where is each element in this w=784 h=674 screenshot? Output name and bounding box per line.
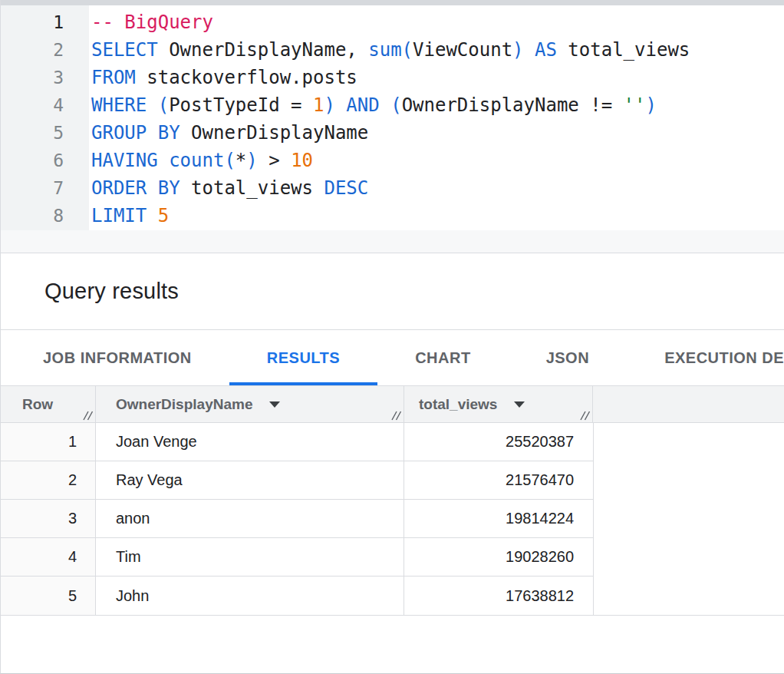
- code-token: PostTypeId =: [169, 94, 313, 116]
- code-token: OwnerDisplayName,: [158, 39, 369, 61]
- code-line[interactable]: 5GROUP BY OwnerDisplayName: [1, 119, 784, 147]
- tab-label: EXECUTION DETAILS: [664, 349, 784, 367]
- code-token: (: [390, 94, 401, 116]
- code-token: *: [236, 150, 246, 171]
- empty-space: [1, 616, 784, 673]
- table-row[interactable]: 5John17638812: [1, 577, 593, 615]
- code-token: total_views: [180, 177, 324, 199]
- code-token: (: [158, 94, 169, 116]
- results-table-header: RowOwnerDisplayNametotal_views: [1, 385, 784, 423]
- tab-job-information[interactable]: JOB INFORMATION: [5, 330, 229, 385]
- code-text: FROM stackoverflow.posts: [89, 64, 357, 91]
- code-line[interactable]: 6HAVING count(*) > 10: [1, 147, 784, 174]
- column-header-label: Row: [22, 396, 53, 413]
- column-header-label: total_views: [419, 396, 497, 413]
- line-number: 5: [1, 119, 89, 147]
- line-number: 3: [1, 64, 89, 91]
- column-header-filler: [593, 386, 784, 422]
- code-token: 10: [291, 150, 313, 171]
- code-token: ): [246, 150, 257, 171]
- code-token: sum(: [368, 39, 413, 61]
- tab-label: JOB INFORMATION: [43, 349, 192, 367]
- column-header-label: OwnerDisplayName: [116, 396, 252, 413]
- code-token: [147, 205, 157, 226]
- table-row[interactable]: 1Joan Venge25520387: [1, 423, 593, 461]
- row-number-cell: 5: [1, 577, 96, 615]
- top-divider: [1, 0, 784, 5]
- code-token: ORDER BY: [91, 177, 180, 199]
- code-line[interactable]: 4WHERE (PostTypeId = 1) AND (OwnerDispla…: [1, 91, 784, 119]
- code-line[interactable]: 3FROM stackoverflow.posts: [1, 64, 784, 91]
- table-row[interactable]: 2Ray Vega21576470: [1, 461, 593, 500]
- results-table-body: 1Joan Venge255203872Ray Vega215764703ano…: [1, 423, 594, 615]
- code-text: SELECT OwnerDisplayName, sum(ViewCount) …: [89, 36, 690, 64]
- code-token: ): [646, 94, 657, 116]
- column-header-total_views: total_views: [404, 386, 593, 422]
- editor-footer-strip: [1, 230, 784, 253]
- tab-results[interactable]: RESULTS: [229, 330, 377, 385]
- tab-chart[interactable]: CHART: [377, 330, 509, 385]
- sort-dropdown-icon[interactable]: [269, 401, 280, 408]
- column-resize-icon[interactable]: [81, 408, 94, 421]
- owner-name-cell: Joan Venge: [96, 423, 404, 461]
- code-token: OwnerDisplayName: [180, 122, 369, 144]
- code-line[interactable]: 2SELECT OwnerDisplayName, sum(ViewCount)…: [1, 36, 784, 64]
- owner-name-cell: John: [96, 577, 404, 615]
- total-views-cell: 19028260: [404, 538, 593, 576]
- table-row[interactable]: 3anon19814224: [1, 500, 593, 538]
- tab-label: RESULTS: [267, 349, 340, 367]
- line-number: 2: [1, 36, 89, 64]
- tab-label: CHART: [415, 349, 471, 367]
- sql-editor[interactable]: 1-- BigQuery2SELECT OwnerDisplayName, su…: [1, 5, 784, 230]
- query-results-header: Query results: [1, 253, 784, 330]
- owner-name-cell: Tim: [96, 538, 404, 576]
- owner-name-cell: anon: [96, 500, 404, 537]
- code-token: ): [512, 39, 523, 61]
- column-resize-icon[interactable]: [390, 408, 402, 421]
- code-token: HAVING: [91, 150, 158, 171]
- table-row[interactable]: 4Tim19028260: [1, 538, 593, 577]
- code-text: ORDER BY total_views DESC: [89, 174, 368, 202]
- bigquery-query-panel: 1-- BigQuery2SELECT OwnerDisplayName, su…: [0, 0, 784, 674]
- tab-json[interactable]: JSON: [509, 330, 627, 385]
- line-number: 7: [1, 174, 89, 202]
- tab-label: JSON: [546, 349, 589, 367]
- code-text: LIMIT 5: [89, 202, 169, 230]
- code-token: DESC: [324, 177, 368, 199]
- code-line[interactable]: 8LIMIT 5: [1, 202, 784, 230]
- code-token: LIMIT: [91, 205, 147, 226]
- owner-name-cell: Ray Vega: [96, 461, 404, 499]
- code-token: GROUP BY: [91, 122, 180, 144]
- total-views-cell: 21576470: [404, 461, 593, 499]
- tab-execution-details[interactable]: EXECUTION DETAILS: [627, 330, 784, 385]
- code-token: SELECT: [91, 39, 158, 61]
- code-lines: 1-- BigQuery2SELECT OwnerDisplayName, su…: [1, 5, 784, 230]
- column-header-row: Row: [1, 386, 96, 422]
- code-text: HAVING count(*) > 10: [89, 147, 313, 174]
- line-number: 4: [1, 91, 89, 119]
- code-token: ): [324, 94, 334, 116]
- total-views-cell: 19814224: [404, 500, 593, 537]
- code-token: [158, 150, 169, 171]
- code-token: OwnerDisplayName !=: [402, 94, 624, 116]
- code-token: [147, 94, 157, 116]
- line-number: 8: [1, 202, 89, 230]
- row-number-cell: 3: [1, 500, 96, 537]
- code-token: '': [624, 94, 646, 116]
- code-token: WHERE: [91, 94, 147, 116]
- sort-dropdown-icon[interactable]: [514, 401, 525, 408]
- code-token: FROM: [91, 67, 136, 88]
- code-token: [380, 94, 390, 116]
- code-text: WHERE (PostTypeId = 1) AND (OwnerDisplay…: [89, 91, 657, 119]
- code-token: [335, 94, 346, 116]
- code-token: >: [258, 150, 291, 171]
- total-views-cell: 25520387: [404, 423, 593, 461]
- total-views-cell: 17638812: [404, 577, 593, 615]
- code-token: AND: [346, 94, 379, 116]
- row-number-cell: 2: [1, 461, 96, 499]
- row-number-cell: 1: [1, 423, 96, 461]
- code-line[interactable]: 7ORDER BY total_views DESC: [1, 174, 784, 202]
- column-resize-icon[interactable]: [578, 408, 591, 421]
- code-token: -- BigQuery: [91, 12, 213, 33]
- code-line[interactable]: 1-- BigQuery: [1, 8, 784, 36]
